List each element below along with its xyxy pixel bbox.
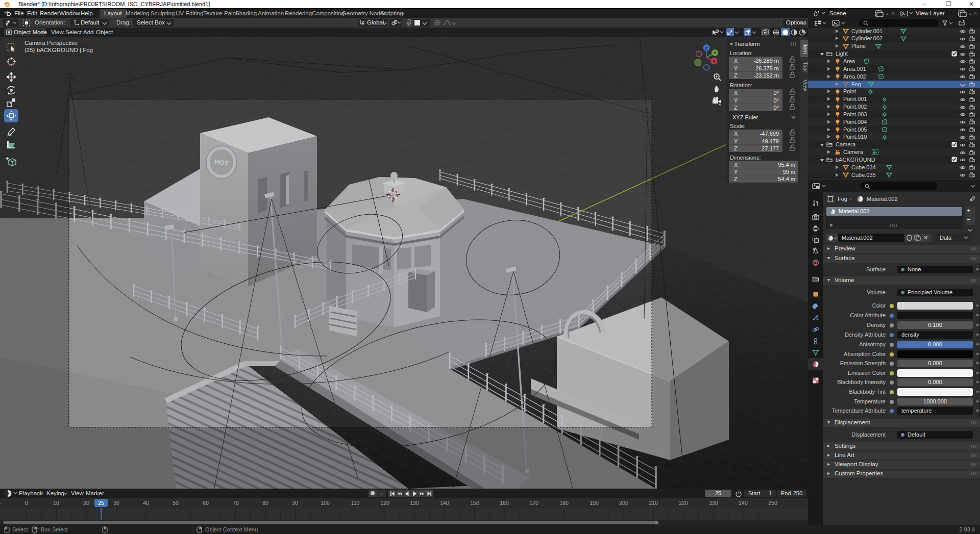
svg-text:Y: Y: [714, 50, 717, 55]
svg-text:Z: Z: [705, 46, 708, 50]
svg-text:X: X: [713, 59, 716, 64]
